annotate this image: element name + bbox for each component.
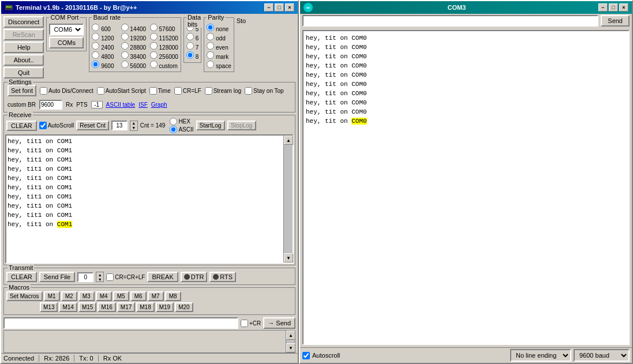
disconnect-button[interactable]: Disconnect [3,16,44,28]
bits-8-radio[interactable] [186,51,194,59]
isf-label[interactable]: ISF [138,102,148,108]
quit-button[interactable]: Quit [3,67,44,78]
input-field[interactable] [3,317,238,329]
hex-radio[interactable] [170,118,177,125]
bits-6[interactable]: 6 [186,33,198,42]
parity-none[interactable]: none [207,24,231,32]
parity-space-radio[interactable] [207,61,214,68]
baud-2400[interactable]: 2400 [92,42,120,51]
scroll-down-btn[interactable]: ▼ [284,253,293,262]
baud-4800-radio[interactable] [92,51,99,59]
baud-56000-radio[interactable] [121,61,129,68]
start-log-button[interactable]: StartLog [196,121,225,130]
arduino-autoscroll-checkbox[interactable] [302,352,310,359]
macro-m18[interactable]: M18 [136,302,154,312]
bits-7-radio[interactable] [186,42,194,50]
receive-clear-button[interactable]: CLEAR [6,121,37,131]
macro-m14[interactable]: M14 [59,302,77,312]
about-button[interactable]: About.. [3,54,44,66]
send-input-button[interactable]: → Send [263,317,295,329]
terminal-maximize-btn[interactable]: □ [275,3,284,12]
transmit-down-btn[interactable]: ▼ [96,277,103,282]
bits-6-radio[interactable] [186,33,194,40]
macro-m8[interactable]: M8 [165,291,181,301]
macro-m6[interactable]: M6 [130,291,147,301]
arduino-maximize-btn[interactable]: □ [609,3,618,12]
hex-label[interactable]: HEX [170,118,193,125]
parity-space[interactable]: space [207,61,231,69]
macro-m19[interactable]: M19 [156,302,174,312]
coms-button[interactable]: COMs [49,37,84,48]
macro-m16[interactable]: M16 [98,302,115,312]
baud-9600[interactable]: 9600 [92,61,120,69]
baud-19200[interactable]: 19200 [121,33,149,42]
macro-m13[interactable]: M13 [40,302,58,312]
arduino-line-ending-select[interactable]: No line ending Newline Carriage return B… [510,349,571,362]
baud-56000[interactable]: 56000 [121,61,149,69]
baud-128000-radio[interactable] [150,42,158,50]
graph-label[interactable]: Graph [151,102,167,108]
add-cr-checkbox[interactable] [241,320,248,327]
macro-m3[interactable]: M3 [78,291,95,301]
baud-115200-radio[interactable] [150,33,158,40]
scroll-up-btn[interactable]: ▲ [284,136,293,145]
baud-14400[interactable]: 14400 [121,24,149,32]
baud-38400-radio[interactable] [121,51,129,59]
reset-cnt-button[interactable]: Reset Cnt [76,121,108,130]
baud-115200[interactable]: 115200 [150,33,178,42]
parity-even[interactable]: even [207,42,231,51]
auto-dis-connect-checkbox[interactable] [40,87,47,95]
macro-m2[interactable]: M2 [61,291,77,301]
macro-m15[interactable]: M15 [78,302,96,312]
set-font-button[interactable]: Set font [8,85,36,96]
baud-38400[interactable]: 38400 [121,51,149,60]
transmit-value-input[interactable] [77,272,93,282]
parity-none-radio[interactable] [207,24,214,31]
autostart-script-label[interactable]: AutoStart Script [97,87,146,95]
bits-8[interactable]: 8 [186,51,198,60]
help-button[interactable]: Help [3,42,44,53]
cnt-down-btn[interactable]: ▼ [130,126,137,130]
baud-600[interactable]: 600 [92,24,120,32]
baud-28800[interactable]: 28800 [121,42,149,51]
bits-7[interactable]: 7 [186,42,198,51]
ascii-radio[interactable] [170,126,177,133]
rescan-button[interactable]: ReScan [3,29,44,40]
baud-57600[interactable]: 57600 [150,24,178,32]
stream-log-checkbox[interactable] [205,87,212,95]
ascii-table-label[interactable]: ASCII table [106,102,136,108]
baud-4800[interactable]: 4800 [92,51,120,60]
auto-dis-connect-label[interactable]: Auto Dis/Connect [40,87,93,95]
baud-14400-radio[interactable] [121,24,129,31]
baud-600-radio[interactable] [92,24,99,31]
macro-m17[interactable]: M17 [117,302,135,312]
baud-1200-radio[interactable] [92,33,99,40]
baud-2400-radio[interactable] [92,42,99,50]
autoscroll-checkbox[interactable] [39,122,47,129]
cnt-up-btn[interactable]: ▲ [130,121,137,126]
arduino-send-button[interactable]: Send [601,15,630,27]
dtr-button[interactable]: DTR [181,272,208,282]
baud-custom[interactable]: custom [150,61,178,69]
custom-br-input[interactable] [39,100,62,110]
ascii-label[interactable]: ASCII [170,126,193,133]
send-file-button[interactable]: Send File [39,272,75,282]
baud-1200[interactable]: 1200 [92,33,120,42]
baud-256000[interactable]: 256000 [150,51,178,60]
stop-log-button[interactable]: StopLog [227,121,256,130]
macro-m1[interactable]: M1 [44,291,60,301]
com-port-select[interactable]: COM6 COM1 COM2 COM3 [49,24,84,35]
parity-even-radio[interactable] [207,42,214,50]
arduino-minimize-btn[interactable]: − [598,3,608,12]
arduino-receive-area[interactable]: hey, tit on COM0 hey, tit on COM0 hey, t… [302,30,630,345]
arduino-input-field[interactable] [302,15,598,27]
rts-button[interactable]: RTS [209,272,236,282]
macro-m4[interactable]: M4 [96,291,112,301]
stay-on-top-checkbox[interactable] [245,87,252,95]
receive-text-area[interactable]: hey, tit1 on COM1 hey, tit1 on COM1 hey,… [6,136,283,262]
stream-log-label[interactable]: Stream log [205,87,241,95]
extra-scroll-up[interactable]: ▲ [286,331,295,340]
baud-28800-radio[interactable] [121,42,129,50]
cnt-input[interactable] [111,121,128,130]
add-cr-label[interactable]: +CR [241,320,261,327]
